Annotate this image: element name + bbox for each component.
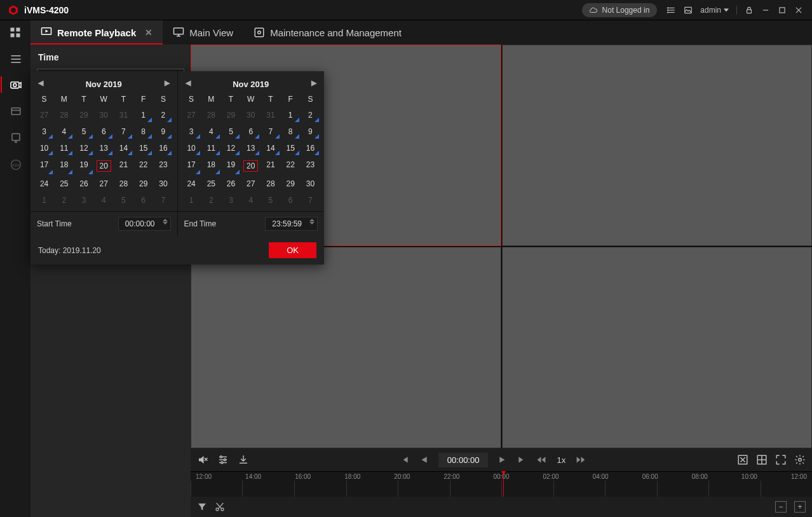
- calendar-day[interactable]: 6: [281, 192, 301, 209]
- calendar-day[interactable]: 2: [301, 107, 320, 123]
- next-month-icon[interactable]: ▶: [311, 79, 316, 87]
- minimize-icon[interactable]: [761, 5, 771, 15]
- prev-month-icon[interactable]: ◀: [38, 79, 43, 87]
- calendar-day[interactable]: 9: [301, 123, 320, 140]
- calendar-day[interactable]: 12: [74, 140, 93, 156]
- calendar-day[interactable]: 26: [221, 176, 241, 192]
- calendar-day[interactable]: 16: [301, 140, 320, 156]
- calendar-day[interactable]: 13: [241, 140, 261, 156]
- calendar-day[interactable]: 28: [201, 107, 221, 123]
- calendar-day[interactable]: 10: [182, 140, 201, 156]
- maximize-icon[interactable]: [777, 5, 787, 15]
- video-cell[interactable]: [191, 247, 501, 448]
- calendar-day[interactable]: 3: [74, 192, 93, 209]
- fullscreen-icon[interactable]: [775, 454, 787, 465]
- clip-icon[interactable]: [215, 502, 225, 512]
- calendar-day[interactable]: 17: [182, 156, 201, 176]
- calendar-day[interactable]: 14: [114, 140, 133, 156]
- device-mode-icon[interactable]: [4, 127, 27, 149]
- calendar-day[interactable]: 1: [182, 192, 201, 209]
- calendar-day[interactable]: 22: [133, 156, 153, 176]
- play-icon[interactable]: [498, 455, 507, 464]
- prev-frame-icon[interactable]: [400, 455, 409, 464]
- calendar-day[interactable]: 17: [34, 156, 54, 176]
- mute-icon[interactable]: [197, 454, 208, 465]
- tab-main-view[interactable]: Main View: [163, 20, 243, 45]
- spin-up-icon[interactable]: [163, 219, 168, 221]
- lock-icon[interactable]: [744, 5, 754, 15]
- video-cell[interactable]: [502, 45, 813, 246]
- calendar-day[interactable]: 30: [94, 107, 114, 123]
- calendar-day[interactable]: 21: [261, 156, 280, 176]
- camera-mode-icon[interactable]: [4, 74, 27, 95]
- calendar-day[interactable]: 24: [34, 176, 54, 192]
- calendar-day[interactable]: 26: [74, 176, 93, 192]
- calendar-day[interactable]: 2: [153, 107, 173, 123]
- filter-icon[interactable]: [197, 502, 207, 512]
- calendar-day[interactable]: 28: [114, 176, 133, 192]
- calendar-day[interactable]: 5: [221, 123, 241, 140]
- calendar-day[interactable]: 30: [301, 176, 320, 192]
- calendar-day[interactable]: 1: [133, 107, 153, 123]
- reverse-play-icon[interactable]: [419, 455, 428, 464]
- calendar-day[interactable]: 11: [54, 140, 74, 156]
- calendar-day[interactable]: 3: [182, 123, 201, 140]
- prev-month-icon[interactable]: ◀: [186, 79, 191, 87]
- calendar-day[interactable]: 4: [201, 123, 221, 140]
- hamburger-icon[interactable]: [4, 50, 27, 69]
- calendar-day[interactable]: 8: [133, 123, 153, 140]
- calendar-day[interactable]: 23: [153, 156, 173, 176]
- calendar-day[interactable]: 21: [114, 156, 133, 176]
- calendar-day[interactable]: 15: [281, 140, 301, 156]
- app-grid-button[interactable]: [0, 20, 30, 45]
- collapse-button[interactable]: −: [775, 501, 787, 513]
- calendar-day[interactable]: 5: [74, 123, 93, 140]
- calendar-day[interactable]: 25: [54, 176, 74, 192]
- settings-slider-icon[interactable]: [217, 454, 229, 465]
- stop-all-icon[interactable]: [737, 454, 748, 465]
- calendar-day[interactable]: 4: [54, 123, 74, 140]
- gear-icon[interactable]: [794, 454, 806, 465]
- end-time-input[interactable]: 23:59:59: [265, 217, 318, 231]
- calendar-day[interactable]: 18: [201, 156, 221, 176]
- calendar-day[interactable]: 7: [153, 192, 173, 209]
- calendar-day[interactable]: 19: [221, 156, 241, 176]
- expand-button[interactable]: +: [794, 501, 806, 513]
- layout-icon[interactable]: [756, 454, 768, 465]
- calendar-day[interactable]: 28: [261, 176, 280, 192]
- calendar-day[interactable]: 19: [74, 156, 93, 176]
- spin-down-icon[interactable]: [309, 222, 315, 224]
- rewind-icon[interactable]: [536, 455, 546, 464]
- calendar-day[interactable]: 30: [241, 107, 261, 123]
- login-status-badge[interactable]: Not Logged in: [582, 3, 658, 17]
- close-icon[interactable]: [794, 5, 804, 15]
- calendar-day[interactable]: 31: [261, 107, 280, 123]
- spin-down-icon[interactable]: [163, 222, 168, 224]
- user-dropdown[interactable]: admin: [700, 6, 729, 15]
- tab-remote-playback[interactable]: Remote Playback✕: [30, 20, 163, 45]
- calendar-day[interactable]: 18: [54, 156, 74, 176]
- ok-button[interactable]: OK: [269, 242, 316, 258]
- calendar-day[interactable]: 20: [94, 156, 114, 176]
- calendar-day[interactable]: 6: [241, 123, 261, 140]
- video-cell[interactable]: [502, 247, 813, 448]
- calendar-day[interactable]: 27: [34, 107, 54, 123]
- calendar-day[interactable]: 14: [261, 140, 280, 156]
- calendar-day[interactable]: 7: [301, 192, 320, 209]
- calendar-day[interactable]: 10: [34, 140, 54, 156]
- calendar-day[interactable]: 1: [34, 192, 54, 209]
- calendar-day[interactable]: 6: [94, 123, 114, 140]
- timeline-cursor[interactable]: [503, 472, 504, 497]
- calendar-day[interactable]: 4: [241, 192, 261, 209]
- calendar-day[interactable]: 3: [221, 192, 241, 209]
- image-icon[interactable]: [683, 5, 693, 15]
- calendar-day[interactable]: 8: [281, 123, 301, 140]
- next-frame-icon[interactable]: [517, 455, 526, 464]
- calendar-day[interactable]: 27: [182, 107, 201, 123]
- calendar-day[interactable]: 27: [241, 176, 261, 192]
- atm-mode-icon[interactable]: ATM: [4, 154, 27, 176]
- tab-maintenance[interactable]: Maintenance and Management: [243, 20, 412, 45]
- fast-forward-icon[interactable]: [576, 455, 586, 464]
- event-mode-icon[interactable]: [4, 100, 27, 122]
- calendar-day[interactable]: 1: [281, 107, 301, 123]
